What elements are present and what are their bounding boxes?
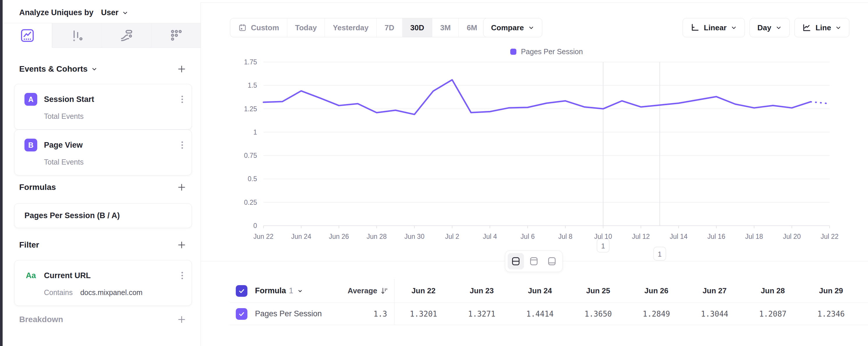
x-tick-label: Jul 18 <box>745 233 763 240</box>
table-cell-value: 1.3271 <box>453 310 511 318</box>
top-panel-icon <box>529 256 539 266</box>
table-cell-value: 1.2849 <box>627 310 685 318</box>
results-table: Formula1 Average Jun 22Jun 23Jun 24Jun 2… <box>230 279 868 325</box>
table-series-row: Pages Per Session 1.3 1.32011.32711.4414… <box>230 303 868 325</box>
average-column-header[interactable]: Average <box>347 286 394 295</box>
layout-toggle-group <box>505 251 563 272</box>
table-date-header[interactable]: Jun 25 <box>569 286 627 295</box>
sort-icon <box>380 287 388 295</box>
table-date-header[interactable]: Jun 22 <box>395 286 453 295</box>
y-tick-label: 1.5 <box>248 82 257 89</box>
chevron-down-icon <box>297 288 303 294</box>
series-name[interactable]: Pages Per Session <box>255 309 322 318</box>
y-tick-label: 1.25 <box>244 105 257 113</box>
x-tick-label: Jul 8 <box>558 233 572 240</box>
layout-split-button[interactable] <box>508 253 524 269</box>
series-line-dashed <box>811 102 830 104</box>
table-cell-value: 1.4414 <box>511 310 569 318</box>
x-tick-label: Jul 6 <box>521 233 535 240</box>
y-tick-label: 0.5 <box>248 175 257 183</box>
filter-value[interactable]: docs.mixpanel.com <box>80 288 143 297</box>
x-tick-label: Jun 28 <box>367 233 386 240</box>
x-tick-label: Jun 30 <box>404 233 424 240</box>
add-breakdown-icon[interactable] <box>177 315 187 324</box>
table-cell-value: 1.3044 <box>685 310 744 318</box>
y-tick-label: 1.75 <box>244 58 257 66</box>
table-date-headers: Jun 22Jun 23Jun 24Jun 25Jun 26Jun 27Jun … <box>395 286 868 295</box>
layout-table-only-button[interactable] <box>544 253 560 269</box>
breakdown-section-header: Breakdown <box>19 315 187 324</box>
layout-chart-only-button[interactable] <box>526 253 542 269</box>
x-tick-label: Jul 10 <box>594 233 612 240</box>
x-tick-label: Jul 2 <box>445 233 459 240</box>
series-line[interactable] <box>264 80 811 114</box>
y-tick-label: 0.75 <box>244 152 257 159</box>
table-date-header[interactable]: Jun 28 <box>744 286 802 295</box>
x-tick-label: Jul 20 <box>783 233 801 240</box>
table-date-header[interactable]: Jun 26 <box>627 286 685 295</box>
x-tick-label: Jul 14 <box>670 233 688 240</box>
table-date-header[interactable]: Jun 27 <box>685 286 744 295</box>
select-all-checkbox[interactable] <box>236 285 247 297</box>
y-tick-label: 1 <box>253 128 257 136</box>
x-tick-label: Jul 16 <box>707 233 725 240</box>
table-date-header[interactable]: Jun 24 <box>511 286 569 295</box>
table-date-header[interactable]: Jun 23 <box>453 286 511 295</box>
table-cell-value: 1.2346 <box>802 310 860 318</box>
formula-column-header[interactable]: Formula1 <box>255 286 293 295</box>
y-tick-label: 0 <box>253 222 257 230</box>
check-icon <box>238 311 245 317</box>
x-tick-label: Jul 12 <box>632 233 650 240</box>
annotation-badge-count: 1 <box>601 242 605 250</box>
table-cell-value: 1.2087 <box>744 310 802 318</box>
mixpanel-insights-report: Analyze Uniques by User <box>0 0 868 346</box>
x-tick-label: Jul 4 <box>483 233 497 240</box>
annotation-badge-count: 1 <box>658 250 662 258</box>
table-cell-value: 1.3201 <box>395 310 453 318</box>
series-checkbox[interactable] <box>236 308 247 320</box>
series-average-value: 1.3 <box>373 310 394 318</box>
x-tick-label: Jun 26 <box>329 233 349 240</box>
x-tick-label: Jun 22 <box>253 233 273 240</box>
breakdown-section-title: Breakdown <box>19 315 63 324</box>
table-date-header[interactable]: Jun 29 <box>802 286 860 295</box>
y-tick-label: 0.25 <box>244 199 257 206</box>
split-view-icon <box>511 256 521 266</box>
filter-operator[interactable]: Contains <box>44 288 73 297</box>
check-icon <box>238 287 245 294</box>
bottom-panel-icon <box>547 256 557 266</box>
table-cell-value: 1.3650 <box>569 310 627 318</box>
line-chart[interactable]: 1.751.51.2510.750.50.25011Jun 22Jun 24Ju… <box>0 0 868 277</box>
x-tick-label: Jul 22 <box>820 233 838 240</box>
x-tick-label: Jun 24 <box>291 233 311 240</box>
table-row-values: 1.32011.32711.44141.36501.28491.30441.20… <box>395 310 868 318</box>
table-header-row: Formula1 Average Jun 22Jun 23Jun 24Jun 2… <box>230 279 868 303</box>
